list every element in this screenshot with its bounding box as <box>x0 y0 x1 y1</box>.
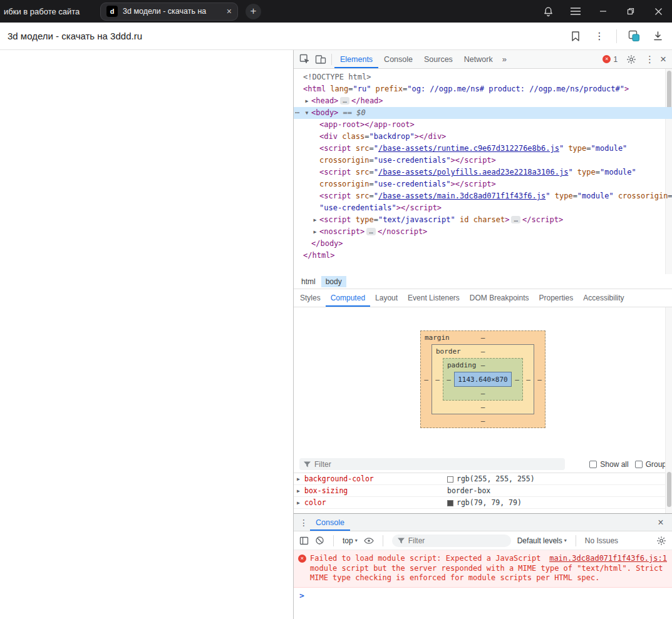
box-model-margin[interactable]: margin– – border– – padding– – <box>420 330 545 428</box>
border-bottom-value[interactable]: – <box>481 403 485 411</box>
devtools-tab-console[interactable]: Console <box>378 50 418 68</box>
live-expression-eye-icon[interactable] <box>364 537 374 545</box>
expand-arrow-icon[interactable]: ▶ <box>297 473 300 485</box>
expand-arrow-icon[interactable]: ▶ <box>312 226 318 238</box>
dom-node-line[interactable]: ▶<noscript>…</noscript> <box>294 226 672 238</box>
breadcrumb-html[interactable]: html <box>297 276 320 287</box>
box-model-border[interactable]: border– – padding– – 1143.640×870 – <box>432 344 534 414</box>
sidebar-tab-properties[interactable]: Properties <box>534 289 579 307</box>
border-right-value[interactable]: – <box>523 376 534 384</box>
console-drawer-tab[interactable]: Console <box>310 514 350 531</box>
sidebar-tab-event-listeners[interactable]: Event Listeners <box>403 289 465 307</box>
dom-node-line[interactable]: <script src="/base-assets/polyfills.aead… <box>294 166 672 178</box>
inspect-element-icon[interactable] <box>296 51 313 68</box>
breadcrumb-body[interactable]: body <box>321 276 346 287</box>
dom-node-line[interactable]: <script src="/base-assets/main.3dc8ad071… <box>294 190 672 202</box>
computed-property-row[interactable]: ▶box-sizingborder-box <box>294 485 672 497</box>
clear-console-icon[interactable] <box>315 536 324 545</box>
padding-bottom-value[interactable]: – <box>481 389 485 397</box>
page-viewport[interactable] <box>0 50 293 619</box>
console-prompt[interactable]: > <box>294 588 672 603</box>
dom-node-line[interactable]: </body> <box>294 238 672 250</box>
dom-node-line[interactable]: crossorigin="use-credentials"></script> <box>294 178 672 190</box>
expand-arrow-icon[interactable]: ▶ <box>312 214 318 226</box>
expand-arrow-icon[interactable]: ▶ <box>297 497 300 509</box>
computed-property-row[interactable]: ▶background-colorrgb(255, 255, 255) <box>294 473 672 485</box>
settings-gear-icon[interactable] <box>623 51 639 68</box>
tab-close-icon[interactable]: × <box>227 6 232 16</box>
dom-node-line[interactable]: <app-root></app-root> <box>294 119 672 131</box>
error-source-link[interactable]: main.3dc8ad071f1f43f6.js:1 <box>549 554 667 564</box>
box-model-content[interactable]: 1143.640×870 <box>454 372 512 387</box>
computed-filter-box[interactable] <box>299 458 565 470</box>
sidebar-tab-styles[interactable]: Styles <box>295 289 326 307</box>
tab-groups-icon[interactable] <box>627 29 641 43</box>
node-overflow-icon[interactable]: ⋯ <box>295 107 299 119</box>
new-tab-button[interactable]: + <box>246 4 261 19</box>
collapsed-ellipsis-button[interactable]: … <box>511 216 520 223</box>
dom-node-line[interactable]: ⋯▼<body> == $0 <box>294 107 672 119</box>
margin-right-value[interactable]: – <box>534 376 545 384</box>
margin-left-value[interactable]: – <box>421 376 432 384</box>
active-tab[interactable]: d 3d модели - скачать на × <box>100 3 238 21</box>
console-filter-box[interactable] <box>392 535 511 547</box>
devtools-kebab-icon[interactable]: ⋮ <box>645 54 654 65</box>
menu-icon[interactable] <box>562 0 589 23</box>
log-levels-selector[interactable]: Default levels▾ <box>517 536 567 545</box>
console-filter-input[interactable] <box>408 536 506 545</box>
sidebar-tab-computed[interactable]: Computed <box>326 289 370 307</box>
dom-node-line[interactable]: ▶<head>…</head> <box>294 95 672 107</box>
collapse-arrow-icon[interactable]: ▼ <box>304 107 310 119</box>
dom-node-line[interactable]: <script src="/base-assets/runtime.c9e67d… <box>294 143 672 155</box>
collapsed-ellipsis-button[interactable]: … <box>340 97 349 105</box>
download-icon[interactable] <box>651 29 664 43</box>
collapsed-ellipsis-button[interactable]: … <box>366 228 376 235</box>
notifications-icon[interactable] <box>534 0 562 23</box>
more-tabs-button[interactable]: » <box>499 54 510 64</box>
bookmark-icon[interactable] <box>569 29 582 43</box>
issues-counter[interactable]: No Issues <box>585 536 618 545</box>
border-top-value[interactable]: – <box>481 347 485 356</box>
close-window-button[interactable] <box>644 0 672 23</box>
computed-filter-input[interactable] <box>314 460 561 469</box>
devtools-tab-sources[interactable]: Sources <box>418 50 458 68</box>
border-left-value[interactable]: – <box>432 376 443 384</box>
box-model-padding[interactable]: padding– – 1143.640×870 – – <box>443 358 523 401</box>
console-sidebar-icon[interactable] <box>299 536 309 545</box>
drawer-kebab-icon[interactable]: ⋮ <box>297 518 310 528</box>
restore-button[interactable] <box>617 0 644 23</box>
background-tab[interactable]: ибки в работе сайта <box>0 7 94 16</box>
scrollbar-thumb[interactable] <box>667 472 671 507</box>
sidebar-tab-layout[interactable]: Layout <box>370 289 403 307</box>
group-checkbox[interactable] <box>635 461 643 468</box>
show-all-checkbox[interactable] <box>589 461 597 468</box>
console-settings-gear-icon[interactable] <box>656 536 666 546</box>
resource-link[interactable]: /base-assets/main.3dc8ad071f1f43f6.js <box>378 192 545 200</box>
padding-top-value[interactable]: – <box>481 361 485 369</box>
minimize-button[interactable] <box>589 0 617 23</box>
drawer-close-icon[interactable]: × <box>653 517 668 528</box>
margin-bottom-value[interactable]: – <box>481 417 485 425</box>
error-badge[interactable]: × 1 <box>602 55 618 64</box>
dom-node-line[interactable]: "use-credentials"></script> <box>294 202 672 214</box>
dom-node-line[interactable]: <div class="backdrop"></div> <box>294 131 672 143</box>
resource-link[interactable]: /base-assets/runtime.c9e67d312276e8b6.js <box>378 144 559 153</box>
dom-node-line[interactable]: <html lang="ru" prefix="og: //ogp.me/ns#… <box>294 83 672 95</box>
execution-context-selector[interactable]: top▾ <box>343 536 358 545</box>
dom-node-line[interactable]: ▶<script type="text/javascript" id chars… <box>294 214 672 226</box>
devtools-tab-network[interactable]: Network <box>458 50 499 68</box>
expand-arrow-icon[interactable]: ▶ <box>297 485 300 497</box>
sidebar-tab-accessibility[interactable]: Accessibility <box>578 289 629 307</box>
resource-link[interactable]: /base-assets/polyfills.aead23e2218a3106.… <box>378 168 568 176</box>
sidebar-tab-dom-breakpoints[interactable]: DOM Breakpoints <box>465 289 534 307</box>
dom-node-line[interactable]: <!DOCTYPE html> <box>294 71 672 83</box>
computed-property-row[interactable]: ▶colorrgb(79, 79, 79) <box>294 497 672 509</box>
dom-node-line[interactable]: </html> <box>294 250 672 262</box>
computed-scrollbar[interactable] <box>665 307 672 513</box>
expand-arrow-icon[interactable]: ▶ <box>304 95 310 107</box>
padding-left-value[interactable]: – <box>443 376 454 384</box>
devtools-close-icon[interactable]: × <box>660 53 666 66</box>
device-toolbar-icon[interactable] <box>313 51 329 68</box>
margin-top-value[interactable]: – <box>481 334 485 342</box>
page-actions-kebab-icon[interactable]: ⋮ <box>592 29 606 43</box>
